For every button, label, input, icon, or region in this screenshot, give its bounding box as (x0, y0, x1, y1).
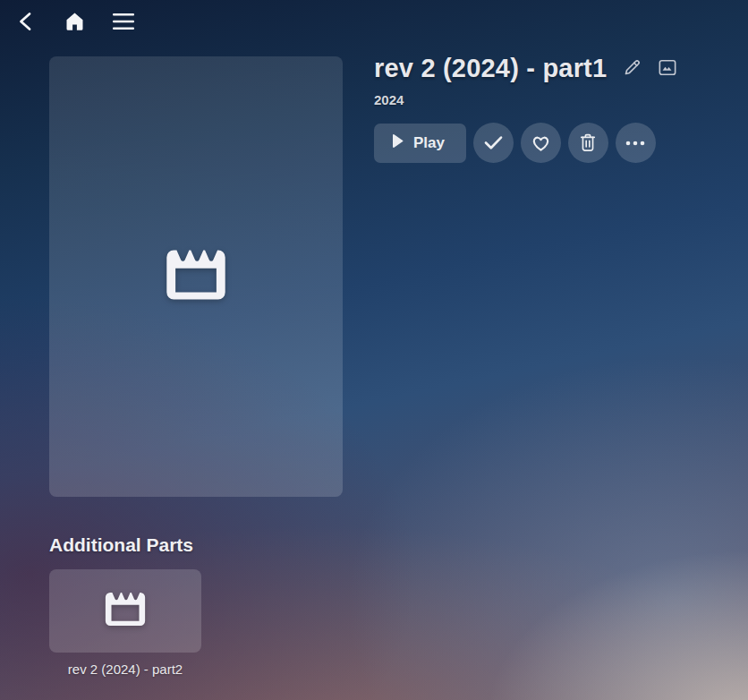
heart-icon (531, 133, 551, 152)
additional-parts-section: Additional Parts rev 2 (2024) - part2 (49, 534, 201, 677)
edit-metadata-button[interactable] (621, 58, 642, 80)
play-icon (392, 134, 404, 152)
top-nav (0, 0, 748, 43)
part-card[interactable] (49, 569, 201, 653)
detail-info: rev 2 (2024) - part1 2024 Play (374, 54, 678, 163)
ellipsis-icon (625, 141, 645, 146)
play-button[interactable]: Play (374, 124, 466, 163)
clapperboard-icon (105, 592, 146, 630)
clapperboard-icon (166, 249, 226, 304)
menu-button[interactable] (110, 8, 137, 35)
poster-card[interactable] (49, 56, 343, 497)
part-label[interactable]: rev 2 (2024) - part2 (49, 662, 201, 677)
favorite-button[interactable] (521, 123, 561, 163)
year-label: 2024 (374, 92, 678, 107)
pencil-edit-icon (623, 58, 642, 80)
additional-parts-heading: Additional Parts (49, 534, 201, 556)
action-buttons-row: Play (374, 123, 678, 163)
delete-button[interactable] (568, 123, 608, 163)
page-title: rev 2 (2024) - part1 (374, 54, 607, 83)
chevron-left-icon (17, 12, 34, 31)
title-row: rev 2 (2024) - part1 (374, 54, 678, 83)
trash-icon (579, 133, 597, 152)
back-button[interactable] (12, 8, 38, 35)
hamburger-menu-icon (113, 13, 134, 30)
image-icon (659, 59, 676, 79)
home-button[interactable] (61, 8, 88, 35)
play-button-label: Play (413, 134, 445, 152)
mark-played-button[interactable] (473, 123, 514, 163)
more-button[interactable] (616, 123, 656, 163)
edit-images-button[interactable] (657, 58, 678, 80)
home-icon (64, 12, 85, 31)
check-icon (484, 135, 503, 150)
